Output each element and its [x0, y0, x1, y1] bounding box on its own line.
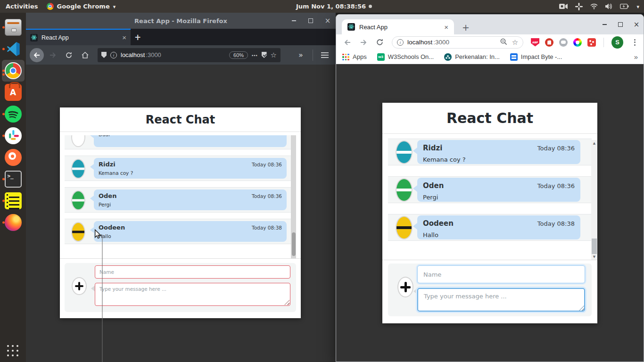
close-button[interactable]	[633, 21, 640, 28]
line-icon[interactable]	[559, 38, 568, 47]
name-input[interactable]	[417, 265, 585, 283]
scroll-down-icon[interactable]	[591, 254, 597, 259]
tracking-protection-shield-icon[interactable]	[101, 52, 107, 58]
wifi-icon[interactable]	[590, 3, 598, 9]
maximize-button[interactable]	[617, 21, 624, 28]
site-info-icon[interactable]	[110, 52, 117, 58]
chrome-tabstrip[interactable]: React App	[336, 15, 644, 34]
dock-notes[interactable]	[2, 190, 25, 212]
reload-button[interactable]	[373, 36, 386, 49]
back-button[interactable]	[30, 48, 44, 62]
tab-close-icon[interactable]	[444, 23, 448, 31]
message-bubble: Ridzi Today 08:36 Kemana coy ?	[417, 140, 580, 164]
adblock-plus-icon[interactable]	[531, 38, 539, 47]
add-message-button[interactable]	[397, 277, 413, 297]
message-bubble: Oodeen Today 08:38 Hallo	[94, 221, 287, 242]
omnibox[interactable]: localhost:3000	[392, 36, 523, 49]
bookmark-impact-byte[interactable]: Impact Byte -...	[510, 53, 562, 61]
scrollbar-thumb[interactable]	[592, 239, 597, 254]
chrome-toolbar: localhost:3000 S	[336, 34, 644, 50]
name-input[interactable]	[95, 265, 290, 279]
dock-vscode[interactable]	[2, 38, 25, 60]
tab-react-app[interactable]: React App	[26, 29, 131, 45]
activities-button[interactable]: Activities	[6, 3, 38, 10]
avatar	[71, 159, 85, 179]
running-indicator	[2, 70, 5, 72]
postman-icon	[5, 149, 22, 166]
shield-check-icon[interactable]	[262, 52, 267, 58]
avatar	[71, 135, 85, 147]
tab-close-icon[interactable]	[122, 33, 126, 41]
react-chat-card: React Chat Ridzi Today 08:36 Kemana coy …	[382, 103, 597, 323]
firefox-titlebar[interactable]: React App - Mozilla Firefox	[26, 13, 336, 29]
camera-icon[interactable]	[559, 3, 568, 9]
dock-chrome[interactable]	[2, 60, 25, 82]
firefox-navbar: localhost:3000 60%	[26, 45, 336, 65]
tab-react-app[interactable]: React App	[342, 19, 454, 34]
message-time: Today 08:36	[537, 182, 575, 189]
dock-ubuntu-software[interactable]: A	[2, 82, 25, 103]
message-input[interactable]	[95, 283, 290, 306]
message-text: Pergi	[423, 194, 575, 201]
dock-terminal[interactable]: >_	[2, 168, 25, 190]
new-tab-button[interactable]	[460, 21, 472, 33]
bookmark-label: W3Schools On...	[388, 53, 434, 60]
dock-spotify[interactable]	[2, 103, 25, 125]
dock-postman[interactable]	[2, 147, 25, 168]
site-info-icon[interactable]	[397, 39, 404, 46]
show-applications-button[interactable]	[7, 345, 19, 357]
page-actions-icon[interactable]	[252, 51, 257, 58]
bookmark-star-icon[interactable]	[271, 51, 277, 59]
zoom-out-icon[interactable]	[500, 38, 507, 47]
forward-button[interactable]	[46, 48, 60, 62]
new-tab-button[interactable]	[131, 29, 145, 45]
scroll-up-icon[interactable]	[591, 140, 597, 146]
dock-firefox[interactable]	[2, 212, 25, 233]
color-wheel-icon[interactable]	[573, 38, 582, 47]
hamburger-menu-icon[interactable]	[318, 48, 332, 62]
bookmark-perkenalan[interactable]: Perkenalan: In...	[444, 53, 500, 61]
scrollbar-thumb[interactable]	[292, 232, 296, 256]
clock[interactable]: Jum Nov 1, 08:38:56	[296, 0, 372, 13]
hand-blocker-icon[interactable]	[545, 38, 553, 47]
bookmark-star-icon[interactable]	[512, 38, 518, 47]
maximize-button[interactable]	[307, 17, 314, 24]
avatar-bar	[396, 189, 412, 191]
dock-files-archive[interactable]	[2, 16, 25, 38]
overflow-menu-icon[interactable]	[294, 48, 308, 62]
zoom-level-badge[interactable]: 60%	[229, 51, 248, 59]
message-list[interactable]: Ridzi Today 08:36 Kemana coy ? Oden Toda…	[388, 139, 592, 262]
battery-icon[interactable]	[620, 4, 629, 9]
list-scrollbar[interactable]	[291, 135, 296, 259]
caret-down-icon[interactable]	[636, 3, 639, 10]
back-button[interactable]	[341, 36, 354, 49]
message-time: Today 08:38	[537, 220, 575, 227]
window-title: React App - Mozilla Firefox	[134, 17, 227, 25]
slack-icon[interactable]	[575, 3, 583, 10]
bookmark-w3schools[interactable]: W3Schools On...	[377, 53, 434, 61]
message-bubble: Oden Today 08:36 Pergi	[94, 189, 287, 210]
chrome-menu-icon[interactable]	[631, 39, 639, 46]
avatar	[71, 222, 85, 242]
url-bar[interactable]: localhost:3000 60%	[98, 48, 281, 62]
bookmarks-overflow-icon[interactable]	[634, 53, 638, 61]
bookmark-apps[interactable]: Apps	[342, 53, 367, 61]
downloader-icon[interactable]	[587, 38, 596, 47]
reload-button[interactable]	[62, 48, 76, 62]
minimize-button[interactable]	[601, 21, 608, 28]
forward-button[interactable]	[357, 36, 370, 49]
home-button[interactable]	[78, 48, 92, 62]
message-text: Pergi	[99, 202, 282, 207]
dock-slack[interactable]	[2, 125, 25, 147]
message-bubble: Ridzi Today 08:36 Kemana coy ?	[94, 158, 287, 179]
close-button[interactable]	[324, 17, 331, 24]
profile-avatar[interactable]: S	[611, 36, 623, 49]
form-notch	[91, 286, 95, 291]
list-scrollbar[interactable]	[591, 140, 597, 260]
add-message-button[interactable]	[72, 277, 87, 295]
message-input[interactable]	[417, 288, 585, 312]
caret-down-icon	[113, 3, 116, 10]
focused-app-menu[interactable]: Google Chrome	[47, 3, 116, 10]
volume-icon[interactable]	[605, 3, 612, 9]
minimize-button[interactable]	[290, 17, 297, 24]
